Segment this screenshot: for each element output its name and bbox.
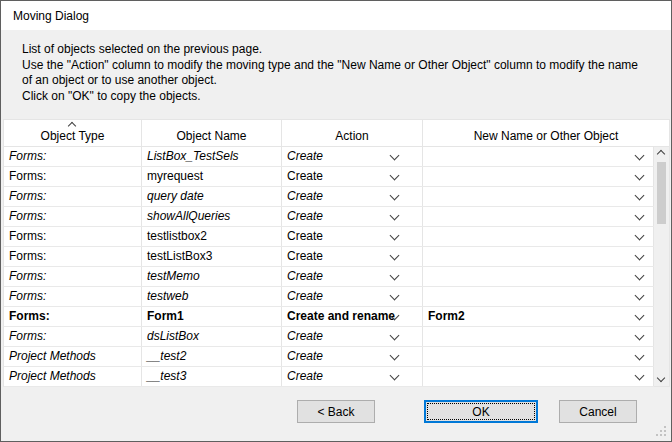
action-combobox[interactable]: Create <box>282 367 423 386</box>
object-type-cell: Forms: <box>4 287 142 306</box>
title-bar: Moving Dialog <box>1 1 671 30</box>
instruction-line: Click on "OK" to copy the objects. <box>22 89 638 105</box>
object-name-cell: dsListBox <box>142 327 282 346</box>
cancel-button[interactable]: Cancel <box>559 400 637 423</box>
action-combobox[interactable]: Create <box>282 267 423 286</box>
object-type-cell: Forms: <box>4 307 142 326</box>
table-body: Forms: ListBox_TestSels Create Forms: my… <box>4 147 654 387</box>
chevron-down-icon <box>635 291 645 301</box>
vertical-scrollbar[interactable] <box>654 147 669 386</box>
back-button[interactable]: < Back <box>297 400 375 423</box>
chevron-down-icon <box>635 211 645 221</box>
table-row: Forms: query date Create <box>4 187 654 207</box>
chevron-down-icon <box>390 211 400 221</box>
scroll-up-button[interactable] <box>654 147 669 160</box>
action-combobox[interactable]: Create <box>282 287 423 306</box>
new-name-combobox[interactable] <box>423 247 654 266</box>
column-header-action[interactable]: Action <box>282 120 423 146</box>
object-name-cell: testweb <box>142 287 282 306</box>
column-header-object-type[interactable]: Object Type <box>4 120 142 146</box>
chevron-down-icon <box>390 331 400 341</box>
object-type-cell: Forms: <box>4 147 142 166</box>
ok-button[interactable]: OK <box>424 400 538 423</box>
table-row: Forms: myrequest Create <box>4 167 654 187</box>
chevron-down-icon <box>390 151 400 161</box>
chevron-down-icon <box>635 231 645 241</box>
table-row: Project Methods __test3 Create <box>4 367 654 387</box>
chevron-down-icon <box>390 371 400 381</box>
chevron-down-icon <box>390 191 400 201</box>
new-name-combobox[interactable] <box>423 187 654 206</box>
action-combobox[interactable]: Create <box>282 187 423 206</box>
action-combobox[interactable]: Create <box>282 167 423 186</box>
object-name-cell: Form1 <box>142 307 282 326</box>
object-name-cell: showAllQueries <box>142 207 282 226</box>
objects-table: Object Type Object Name Action New Name … <box>3 119 670 387</box>
table-row: Forms: dsListBox Create <box>4 327 654 347</box>
new-name-combobox[interactable] <box>423 207 654 226</box>
chevron-down-icon <box>635 351 645 361</box>
chevron-down-icon <box>635 251 645 261</box>
new-name-combobox[interactable]: Form2 <box>423 307 654 326</box>
scrollbar-thumb[interactable] <box>657 162 666 224</box>
new-name-combobox[interactable] <box>423 147 654 166</box>
moving-dialog-window: Moving Dialog List of objects selected o… <box>0 0 672 442</box>
table-row: Forms: testlistbox2 Create <box>4 227 654 247</box>
new-name-combobox[interactable] <box>423 287 654 306</box>
column-header-new-name[interactable]: New Name or Other Object <box>423 120 669 146</box>
action-combobox[interactable]: Create <box>282 227 423 246</box>
table-row: Forms: testMemo Create <box>4 267 654 287</box>
object-name-cell: testMemo <box>142 267 282 286</box>
resize-grip[interactable] <box>656 426 666 436</box>
object-type-cell: Forms: <box>4 207 142 226</box>
column-header-object-name[interactable]: Object Name <box>142 120 282 146</box>
object-name-cell: testlistbox2 <box>142 227 282 246</box>
action-combobox[interactable]: Create <box>282 327 423 346</box>
object-type-cell: Forms: <box>4 167 142 186</box>
chevron-down-icon <box>635 171 645 181</box>
action-combobox[interactable]: Create <box>282 247 423 266</box>
new-name-combobox[interactable] <box>423 347 654 366</box>
instruction-line: List of objects selected on the previous… <box>22 42 638 58</box>
object-type-cell: Forms: <box>4 187 142 206</box>
new-name-combobox[interactable] <box>423 167 654 186</box>
new-name-combobox[interactable] <box>423 267 654 286</box>
chevron-down-icon <box>390 251 400 261</box>
table-row: Forms: showAllQueries Create <box>4 207 654 227</box>
chevron-down-icon <box>390 351 400 361</box>
chevron-down-icon <box>657 374 665 382</box>
object-type-cell: Project Methods <box>4 367 142 386</box>
chevron-down-icon <box>635 331 645 341</box>
chevron-down-icon <box>635 311 645 321</box>
table-row: Forms: Form1 Create and rename Form2 <box>4 307 654 327</box>
object-name-cell: myrequest <box>142 167 282 186</box>
table-row: Forms: testListBox3 Create <box>4 247 654 267</box>
new-name-combobox[interactable] <box>423 367 654 386</box>
instructions-text: List of objects selected on the previous… <box>22 42 638 104</box>
action-combobox[interactable]: Create <box>282 207 423 226</box>
instruction-line: Use the "Action" column to modify the mo… <box>22 58 638 74</box>
action-combobox[interactable]: Create <box>282 347 423 366</box>
object-type-cell: Forms: <box>4 267 142 286</box>
table-row: Forms: testweb Create <box>4 287 654 307</box>
object-name-cell: query date <box>142 187 282 206</box>
chevron-down-icon <box>635 371 645 381</box>
object-name-cell: ListBox_TestSels <box>142 147 282 166</box>
object-type-cell: Forms: <box>4 227 142 246</box>
scroll-down-button[interactable] <box>654 373 669 386</box>
chevron-down-icon <box>390 291 400 301</box>
object-name-cell: __test2 <box>142 347 282 366</box>
action-combobox[interactable]: Create <box>282 147 423 166</box>
object-name-cell: __test3 <box>142 367 282 386</box>
chevron-up-icon <box>657 150 665 158</box>
chevron-down-icon <box>635 191 645 201</box>
new-name-combobox[interactable] <box>423 327 654 346</box>
chevron-down-icon <box>390 271 400 281</box>
new-name-combobox[interactable] <box>423 227 654 246</box>
action-combobox[interactable]: Create and rename <box>282 307 423 326</box>
instruction-line: of an object or to use another object. <box>22 73 638 89</box>
chevron-down-icon <box>635 151 645 161</box>
window-title: Moving Dialog <box>13 9 89 23</box>
chevron-down-icon <box>635 271 645 281</box>
chevron-down-icon <box>390 171 400 181</box>
